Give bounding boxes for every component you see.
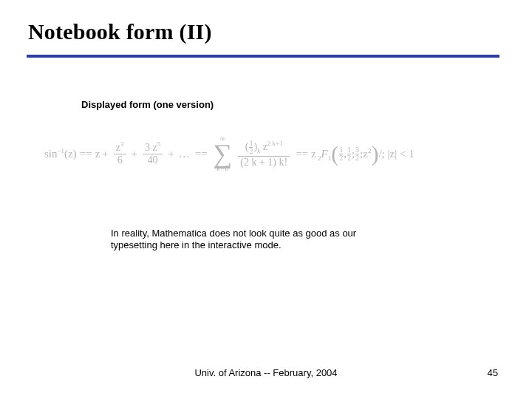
footer-center: Univ. of Arizona -- February, 2004 — [0, 367, 532, 378]
body-note: In reality, Mathematica does not look qu… — [111, 228, 362, 252]
summation-term: (12)k z2 k+1 (2 k + 1) k! — [238, 139, 290, 168]
page-number: 45 — [488, 367, 498, 378]
summation: ∞ ∑ k=0 — [214, 135, 233, 172]
slide-title: Notebook form (II) — [28, 19, 212, 44]
fraction-z3-6: z3 6 — [114, 142, 126, 166]
subheading: Displayed form (one version) — [81, 99, 214, 110]
title-underline — [27, 55, 499, 58]
slide: Notebook form (II) Displayed form (one v… — [0, 0, 532, 399]
formula: sin−1(z) == z + z3 6 + 3 z5 40 + … == ∞ … — [44, 126, 488, 182]
fraction-3z5-40: 3 z5 40 — [143, 142, 163, 166]
